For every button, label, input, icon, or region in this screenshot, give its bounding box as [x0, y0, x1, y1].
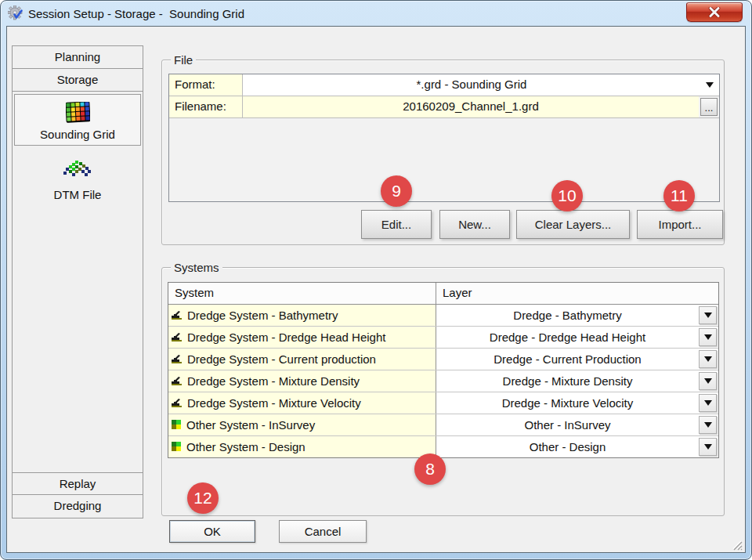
table-row: Dredge System - Dredge Head Height Dredg…	[168, 327, 718, 349]
chevron-down-icon	[704, 444, 712, 450]
layer-value: Dredge - Mixture Velocity	[436, 396, 699, 410]
chevron-down-icon	[706, 82, 714, 88]
sidebar-tab-storage[interactable]: Storage	[13, 69, 143, 92]
close-button[interactable]	[686, 2, 743, 22]
file-group-title: File	[171, 53, 196, 67]
filename-label: Filename:	[169, 96, 243, 117]
dredge-system-icon	[172, 310, 183, 320]
filename-input[interactable]: 20160209_Channel_1.grd	[243, 96, 699, 117]
systems-table: System Layer Dredge System - Bathymetry …	[168, 282, 719, 458]
annotation-badge-11: 11	[663, 180, 695, 211]
layer-select[interactable]: Other - Design	[436, 436, 718, 457]
layer-select[interactable]: Other - InSurvey	[436, 414, 718, 435]
cancel-button[interactable]: Cancel	[279, 520, 367, 543]
table-row: Dredge System - Bathymetry Dredge - Bath…	[168, 305, 718, 327]
clear-layers-button[interactable]: Clear Layers...	[516, 210, 630, 239]
system-name: Dredge System - Dredge Head Height	[187, 331, 385, 344]
close-icon	[708, 7, 721, 17]
edit-button[interactable]: Edit...	[361, 210, 432, 239]
table-row: Other System - InSurvey Other - InSurvey	[168, 414, 718, 436]
browse-button[interactable]: ...	[700, 98, 718, 116]
chevron-down-icon	[704, 378, 712, 384]
format-label: Format:	[169, 74, 243, 96]
sidebar-tab-dredging[interactable]: Dredging	[13, 495, 143, 518]
chevron-down-icon	[704, 422, 712, 428]
format-select[interactable]: *.grd - Sounding Grid	[243, 74, 700, 96]
layer-value: Dredge - Bathymetry	[436, 309, 699, 322]
dialog-window: Session Setup - Storage - Sounding Grid …	[0, 0, 752, 560]
dredge-system-icon	[172, 376, 183, 386]
column-header-layer: Layer	[436, 283, 718, 304]
format-dropdown-button[interactable]	[700, 74, 719, 96]
sidebar-item-label: Sounding Grid	[15, 128, 140, 141]
sidebar: Planning Storage	[12, 45, 143, 518]
dtm-file-icon	[14, 160, 141, 185]
system-name: Dredge System - Mixture Velocity	[187, 396, 361, 410]
dredge-system-icon	[172, 332, 183, 342]
layer-dropdown-button[interactable]	[699, 350, 717, 368]
other-system-icon	[172, 442, 182, 452]
sidebar-item-dtm-file[interactable]: DTM File	[14, 155, 141, 205]
annotation-badge-10: 10	[551, 180, 583, 211]
sounding-grid-icon	[15, 99, 140, 125]
window-title: Session Setup - Storage - Sounding Grid	[28, 7, 244, 20]
app-gear-icon	[8, 5, 24, 21]
dredge-system-icon	[172, 354, 183, 364]
chevron-down-icon	[704, 356, 712, 362]
system-name: Dredge System - Bathymetry	[187, 309, 338, 322]
layer-value: Dredge - Current Production	[436, 352, 699, 366]
chevron-down-icon	[704, 400, 712, 406]
layer-select[interactable]: Dredge - Current Production	[436, 349, 718, 370]
dialog-content: Planning Storage	[6, 26, 746, 553]
new-button[interactable]: New...	[439, 210, 510, 239]
filename-row: Filename: 20160209_Channel_1.grd ...	[169, 96, 719, 118]
resize-grip[interactable]	[730, 538, 743, 551]
layer-select[interactable]: Dredge - Bathymetry	[436, 305, 718, 326]
table-row: Other System - Design Other - Design	[168, 436, 718, 457]
file-settings-box: Format: *.grd - Sounding Grid Filename: …	[168, 74, 720, 202]
annotation-badge-8: 8	[414, 453, 446, 485]
sidebar-storage-items: Sounding Grid	[13, 92, 143, 473]
table-header: System Layer	[168, 283, 718, 305]
layer-dropdown-button[interactable]	[699, 394, 717, 412]
table-row: Dredge System - Mixture Density Dredge -…	[168, 370, 718, 392]
chevron-down-icon	[704, 334, 712, 340]
layer-value: Dredge - Dredge Head Height	[436, 331, 699, 344]
layer-dropdown-button[interactable]	[699, 306, 717, 324]
annotation-badge-9: 9	[381, 175, 412, 207]
import-button[interactable]: Import...	[637, 210, 723, 239]
format-row: Format: *.grd - Sounding Grid	[169, 74, 719, 96]
layer-dropdown-button[interactable]	[699, 438, 717, 456]
annotation-badge-12: 12	[187, 482, 219, 514]
system-name: Dredge System - Current production	[187, 352, 376, 366]
ok-button[interactable]: OK	[169, 520, 255, 543]
sidebar-item-sounding-grid[interactable]: Sounding Grid	[14, 94, 141, 146]
layer-value: Dredge - Mixture Density	[436, 374, 699, 388]
layer-select[interactable]: Dredge - Mixture Velocity	[436, 392, 718, 414]
layer-select[interactable]: Dredge - Mixture Density	[436, 370, 718, 392]
column-header-system: System	[168, 283, 436, 304]
sidebar-item-label: DTM File	[14, 188, 141, 201]
titlebar: Session Setup - Storage - Sounding Grid	[1, 1, 751, 26]
layer-select[interactable]: Dredge - Dredge Head Height	[436, 327, 718, 348]
layer-dropdown-button[interactable]	[699, 416, 717, 434]
table-row: Dredge System - Mixture Velocity Dredge …	[168, 392, 718, 414]
system-name: Dredge System - Mixture Density	[187, 374, 360, 388]
sidebar-tab-replay[interactable]: Replay	[13, 472, 143, 495]
layer-value: Other - Design	[436, 440, 699, 453]
chevron-down-icon	[704, 313, 712, 318]
systems-group-title: Systems	[171, 261, 222, 274]
sidebar-tab-planning[interactable]: Planning	[13, 46, 143, 69]
system-name: Other System - Design	[186, 440, 306, 453]
layer-dropdown-button[interactable]	[699, 372, 717, 390]
layer-value: Other - InSurvey	[436, 418, 699, 432]
table-row: Dredge System - Current production Dredg…	[168, 349, 718, 370]
system-name: Other System - InSurvey	[186, 418, 315, 432]
dredge-system-icon	[172, 398, 183, 408]
layer-dropdown-button[interactable]	[699, 328, 717, 346]
other-system-icon	[172, 420, 182, 430]
